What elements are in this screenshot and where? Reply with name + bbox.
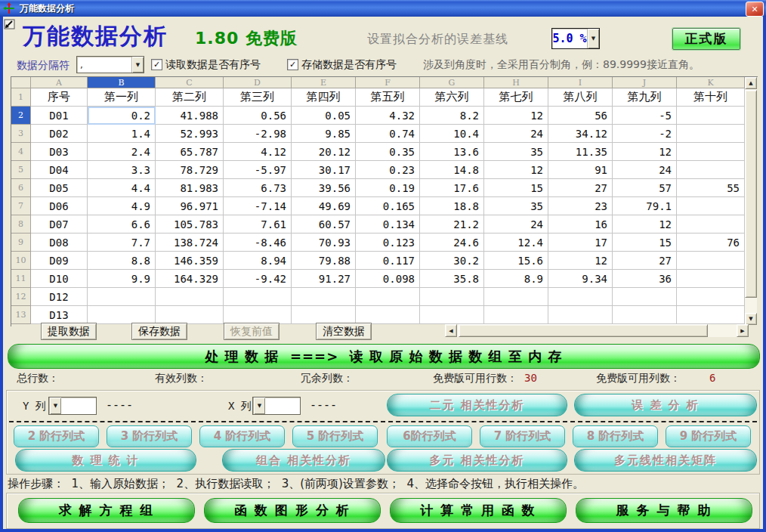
col-header-G[interactable]: G — [420, 77, 484, 88]
cell-E4[interactable]: 20.12 — [292, 143, 356, 161]
row-header-10[interactable]: 10 — [11, 252, 31, 270]
determinant-2-button[interactable]: 2 阶行列式 — [14, 425, 99, 447]
cell-E1[interactable]: 第四列 — [292, 88, 356, 107]
col-header-E[interactable]: E — [292, 77, 356, 88]
note-icon[interactable] — [4, 19, 16, 30]
cell-J7[interactable]: 79.1 — [613, 197, 677, 215]
cell-H3[interactable]: 24 — [484, 125, 548, 143]
cell-I5[interactable]: 91 — [548, 161, 613, 179]
cell-C7[interactable]: 96.971 — [156, 197, 224, 215]
cell-K10[interactable] — [677, 252, 745, 270]
row-header-13[interactable]: 13 — [11, 306, 31, 324]
scroll-right-icon[interactable]: ▶ — [737, 324, 749, 337]
cell-D4[interactable]: 4.12 — [224, 143, 292, 161]
cell-G11[interactable]: 35.8 — [420, 270, 484, 288]
row-header-2[interactable]: 2 — [11, 107, 31, 125]
cell-B10[interactable]: 8.8 — [88, 252, 156, 270]
cell-E12[interactable] — [292, 288, 356, 306]
cell-E7[interactable]: 49.69 — [292, 197, 356, 215]
chevron-down-icon[interactable]: ▼ — [49, 397, 61, 414]
cell-E9[interactable]: 70.93 — [292, 234, 356, 252]
cell-B8[interactable]: 6.6 — [88, 215, 156, 234]
cell-I6[interactable]: 27 — [548, 179, 613, 197]
cell-G13[interactable] — [420, 306, 484, 324]
error-baseline-select[interactable]: 5.0 % ▼ — [551, 28, 600, 49]
cell-C5[interactable]: 78.729 — [156, 161, 224, 179]
cell-D10[interactable]: 8.94 — [224, 252, 292, 270]
cell-J3[interactable]: -2 — [613, 125, 677, 143]
determinant-8-button[interactable]: 8 阶行列式 — [573, 425, 658, 447]
cell-C11[interactable]: 164.329 — [156, 270, 224, 288]
cell-A6[interactable]: D05 — [31, 179, 88, 197]
row-header-7[interactable]: 7 — [11, 197, 31, 215]
cell-J2[interactable]: -5 — [613, 107, 677, 125]
col-header-D[interactable]: D — [224, 77, 292, 88]
cell-H5[interactable]: 12 — [484, 161, 548, 179]
cell-I13[interactable] — [548, 306, 613, 324]
cell-F5[interactable]: 0.23 — [356, 161, 420, 179]
cell-D13[interactable] — [224, 306, 292, 324]
row-header-12[interactable]: 12 — [11, 288, 31, 306]
cell-B7[interactable]: 4.9 — [88, 197, 156, 215]
cell-D8[interactable]: 7.61 — [224, 215, 292, 234]
multi-correlation-button[interactable]: 多元 相关性分析 — [387, 449, 567, 472]
cell-I2[interactable]: 56 — [548, 107, 613, 125]
determinant-4-button[interactable]: 4 阶行列式 — [199, 425, 285, 447]
error-analysis-button[interactable]: 误 差 分 析 — [574, 394, 757, 416]
cell-D1[interactable]: 第三列 — [224, 88, 292, 107]
official-version-button[interactable]: 正式版 — [672, 28, 740, 50]
cell-C12[interactable] — [156, 288, 224, 306]
cell-G2[interactable]: 8.2 — [420, 107, 484, 125]
cell-G7[interactable]: 18.8 — [420, 197, 484, 215]
cell-I3[interactable]: 34.12 — [548, 125, 613, 143]
row-header-4[interactable]: 4 — [11, 143, 31, 161]
cell-F12[interactable] — [356, 288, 420, 306]
cell-I4[interactable]: 11.35 — [548, 143, 613, 161]
combo-correlation-button[interactable]: 组合 相关性分析 — [222, 449, 385, 472]
cell-C1[interactable]: 第二列 — [156, 88, 224, 107]
row-header-6[interactable]: 6 — [11, 179, 31, 197]
store-seq-label[interactable]: 存储数据是否有序号 — [301, 58, 397, 72]
cell-J6[interactable]: 57 — [613, 179, 677, 197]
determinant-3-button[interactable]: 3 阶行列式 — [107, 425, 192, 447]
cell-A5[interactable]: D04 — [31, 161, 88, 179]
math-statistics-button[interactable]: 数 理 统 计 — [15, 449, 196, 472]
cell-D11[interactable]: -9.42 — [224, 270, 292, 288]
col-header-J[interactable]: J — [613, 77, 677, 88]
col-header-K[interactable]: K — [677, 77, 745, 88]
cell-I9[interactable]: 17 — [548, 234, 613, 252]
cell-K3[interactable] — [677, 125, 745, 143]
cell-G8[interactable]: 21.2 — [420, 215, 484, 234]
cell-K4[interactable] — [677, 143, 745, 161]
vertical-scrollbar[interactable]: ▲ ▼ — [745, 77, 757, 325]
cell-C13[interactable] — [156, 306, 224, 324]
cell-A13[interactable]: D13 — [31, 306, 88, 324]
y-column-select[interactable]: ▼ — [48, 397, 97, 415]
scroll-up-icon[interactable]: ▲ — [745, 77, 757, 89]
row-header-9[interactable]: 9 — [11, 234, 31, 252]
cell-J8[interactable]: 12 — [613, 215, 677, 234]
cell-E13[interactable] — [292, 306, 356, 324]
cell-F10[interactable]: 0.117 — [356, 252, 420, 270]
cell-H2[interactable]: 12 — [484, 107, 548, 125]
determinant-9-button[interactable]: 9 阶行列式 — [666, 425, 751, 447]
separator-select[interactable]: , ▼ — [76, 56, 144, 73]
save-data-button[interactable]: 保存数据 — [131, 323, 187, 340]
cell-A11[interactable]: D10 — [31, 270, 88, 288]
cell-C10[interactable]: 146.359 — [156, 252, 224, 270]
cell-G1[interactable]: 第六列 — [420, 88, 484, 107]
cell-B4[interactable]: 2.4 — [88, 143, 156, 161]
binary-correlation-button[interactable]: 二元 相关性分析 — [387, 394, 567, 416]
common-functions-button[interactable]: 计 算 常 用 函 数 — [390, 498, 567, 523]
row-header-1[interactable]: 1 — [11, 88, 31, 107]
cell-I8[interactable]: 16 — [548, 215, 613, 234]
chevron-down-icon[interactable]: ▼ — [587, 29, 599, 48]
cell-D9[interactable]: -8.46 — [224, 234, 292, 252]
cell-H12[interactable] — [484, 288, 548, 306]
cell-B13[interactable] — [88, 306, 156, 324]
close-icon[interactable]: ✕ — [746, 2, 764, 17]
cell-D6[interactable]: 6.73 — [224, 179, 292, 197]
col-header-C[interactable]: C — [156, 77, 224, 88]
cell-A8[interactable]: D07 — [31, 215, 88, 234]
cell-H8[interactable]: 24 — [484, 215, 548, 234]
